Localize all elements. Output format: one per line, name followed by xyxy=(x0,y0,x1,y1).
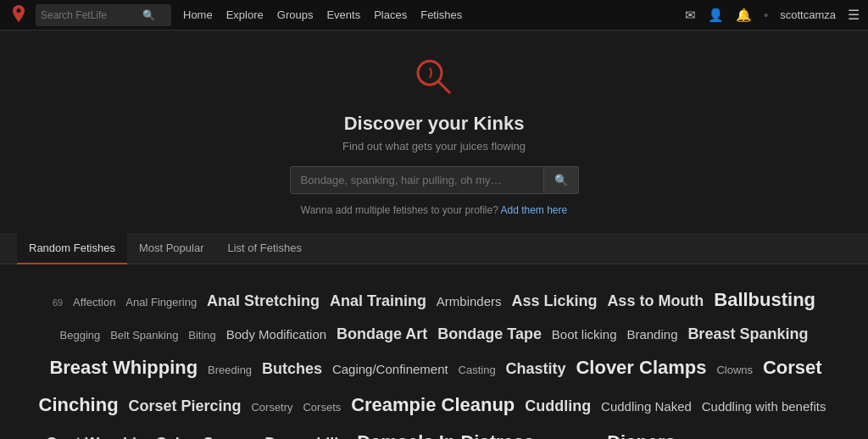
tab-list-of-fetishes[interactable]: List of Fetishes xyxy=(215,233,313,264)
fetish-tag[interactable]: Anal Fingering xyxy=(125,296,197,308)
fetish-tag[interactable]: Bondage Art xyxy=(337,325,427,342)
fetish-tag[interactable]: Cunt Worship xyxy=(46,435,146,439)
fetish-tag[interactable]: Clowns xyxy=(716,364,753,376)
hero-search: 🔍 xyxy=(17,166,851,194)
fetish-tag[interactable]: Creampie Cleanup xyxy=(351,394,515,415)
fetish-tag[interactable]: Breeding xyxy=(208,364,252,376)
username[interactable]: scottcamza xyxy=(780,8,836,21)
fetish-tag[interactable]: Cyber Sex xyxy=(156,435,231,439)
fetish-tag[interactable]: Ass to Mouth xyxy=(607,292,704,309)
nav-fetishes[interactable]: Fetishes xyxy=(420,8,462,21)
nav-events[interactable]: Events xyxy=(326,8,360,21)
fetish-tag[interactable]: Corsetry xyxy=(251,401,292,414)
fetish-tag[interactable]: Breast Whipping xyxy=(49,357,198,378)
fetish-tag[interactable]: Cuddling with benefits xyxy=(702,399,826,414)
fetish-tag[interactable]: Caging/Confinement xyxy=(332,362,448,376)
fetish-tag[interactable]: Affection xyxy=(73,296,115,308)
tab-random-fetishes[interactable]: Random Fetishes xyxy=(17,233,127,264)
fetish-tag[interactable]: Biting xyxy=(188,329,216,342)
svg-point-0 xyxy=(418,61,442,85)
hero-section: Discover your Kinks Find out what gets y… xyxy=(0,31,868,233)
fetish-tag[interactable]: Clover Clamps xyxy=(576,357,706,378)
tab-most-popular[interactable]: Most Popular xyxy=(127,233,216,264)
fetish-tag[interactable]: Armbinders xyxy=(437,294,502,308)
fetish-cloud: 69 Affection Anal Fingering Anal Stretch… xyxy=(0,264,868,439)
fetish-tag[interactable]: Belt Spanking xyxy=(110,329,178,342)
fetish-tag[interactable]: Chastity xyxy=(506,360,566,377)
fetish-tag[interactable]: Ballbusting xyxy=(714,289,815,310)
bell-icon[interactable]: 🔔 xyxy=(736,8,752,23)
nav-explore[interactable]: Explore xyxy=(226,8,264,21)
hero-add-text: Wanna add multiple fetishes to your prof… xyxy=(17,204,851,216)
fetish-tag[interactable]: Boot licking xyxy=(552,327,617,342)
navbar-search-input[interactable] xyxy=(41,9,142,21)
separator: • xyxy=(764,8,768,22)
navbar: 🔍 Home Explore Groups Events Places Feti… xyxy=(0,0,868,31)
fetish-tag[interactable]: Corset Piercing xyxy=(129,397,242,414)
fetish-tag[interactable]: Butches xyxy=(262,360,322,377)
fetish-tag[interactable]: Body Modification xyxy=(226,327,326,342)
fetish-tag[interactable]: Cuddling Naked xyxy=(601,399,692,414)
fetish-tag[interactable]: Cuddling xyxy=(525,397,591,414)
fetish-tag[interactable]: Casting xyxy=(459,364,496,376)
navbar-search-wrapper[interactable]: 🔍 xyxy=(36,4,171,26)
navbar-right: ✉ 👤 🔔 • scottcamza ☰ xyxy=(685,7,860,23)
fetish-tag[interactable]: Ass Licking xyxy=(511,292,597,309)
fetish-tag[interactable]: 69 xyxy=(53,297,63,308)
fetish-tag[interactable]: Damsels In Distress xyxy=(357,431,534,439)
tabs-bar: Random Fetishes Most Popular List of Fet… xyxy=(0,233,868,264)
fetish-tag[interactable]: Diapers xyxy=(607,431,676,439)
hero-search-button[interactable]: 🔍 xyxy=(544,166,579,194)
fetish-tag[interactable]: Breast Spanking xyxy=(687,325,808,342)
navbar-search-icon: 🔍 xyxy=(142,9,155,21)
fetish-tag[interactable]: Anal Stretching xyxy=(207,292,320,309)
hamburger-icon[interactable]: ☰ xyxy=(848,7,860,23)
fetish-tag[interactable]: Begging xyxy=(60,329,101,342)
fetish-tag[interactable]: Corsets xyxy=(303,401,341,414)
hero-subtitle: Find out what gets your juices flowing xyxy=(17,140,851,153)
fetish-tag[interactable]: Branding xyxy=(626,327,677,342)
hero-icon xyxy=(17,56,851,106)
navbar-links: Home Explore Groups Events Places Fetish… xyxy=(183,8,462,21)
nav-groups[interactable]: Groups xyxy=(277,8,314,21)
nav-home[interactable]: Home xyxy=(183,8,213,21)
hero-title: Discover your Kinks xyxy=(17,113,851,135)
fetish-tag[interactable]: Anal Training xyxy=(330,292,426,309)
fetish-tag[interactable]: Dacryphilia xyxy=(264,435,347,439)
mail-icon[interactable]: ✉ xyxy=(685,8,696,23)
hero-search-input[interactable] xyxy=(290,166,544,194)
nav-places[interactable]: Places xyxy=(374,8,407,21)
add-fetishes-link[interactable]: Add them here xyxy=(500,204,567,216)
svg-line-1 xyxy=(438,81,450,93)
fetish-tag[interactable]: Bondage Tape xyxy=(437,325,542,342)
user-icon[interactable]: 👤 xyxy=(708,8,724,23)
logo[interactable] xyxy=(8,3,29,26)
